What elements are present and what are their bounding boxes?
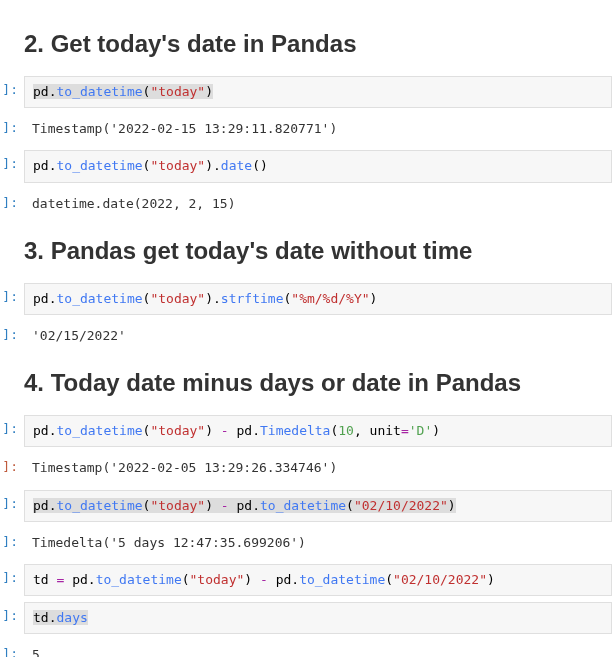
cell-prompt: ]:	[0, 602, 20, 629]
code-input[interactable]: pd.to_datetime("today") - pd.to_datetime…	[24, 490, 612, 522]
cell-prompt: ]:	[0, 453, 20, 480]
cell-prompt: ]:	[0, 415, 20, 442]
code-input[interactable]: pd.to_datetime("today")	[24, 76, 612, 108]
output-cell: ]:datetime.date(2022, 2, 15)	[0, 189, 612, 219]
section-heading: 2. Get today's date in Pandas	[24, 30, 612, 58]
section-heading: 3. Pandas get today's date without time	[24, 237, 612, 265]
section-heading: 4. Today date minus days or date in Pand…	[24, 369, 612, 397]
code-output: Timestamp('2022-02-05 13:29:26.334746')	[24, 453, 612, 483]
code-output: Timestamp('2022-02-15 13:29:11.820771')	[24, 114, 612, 144]
cell-prompt: ]:	[0, 283, 20, 310]
code-cell: ]:td.days	[0, 602, 612, 634]
code-cell: ]:pd.to_datetime("today") - pd.Timedelta…	[0, 415, 612, 447]
code-cell: ]:pd.to_datetime("today") - pd.to_dateti…	[0, 490, 612, 522]
code-input[interactable]: td = pd.to_datetime("today") - pd.to_dat…	[24, 564, 612, 596]
code-output: datetime.date(2022, 2, 15)	[24, 189, 612, 219]
output-cell: ]:Timestamp('2022-02-05 13:29:26.334746'…	[0, 453, 612, 483]
code-output: '02/15/2022'	[24, 321, 612, 351]
output-cell: ]:5	[0, 640, 612, 657]
output-cell: ]:'02/15/2022'	[0, 321, 612, 351]
cell-prompt: ]:	[0, 321, 20, 348]
cell-prompt: ]:	[0, 490, 20, 517]
cell-prompt: ]:	[0, 564, 20, 591]
output-cell: ]:Timestamp('2022-02-15 13:29:11.820771'…	[0, 114, 612, 144]
code-output: 5	[24, 640, 612, 657]
output-cell: ]:Timedelta('5 days 12:47:35.699206')	[0, 528, 612, 558]
code-cell: ]:pd.to_datetime("today").date()	[0, 150, 612, 182]
code-input[interactable]: pd.to_datetime("today") - pd.Timedelta(1…	[24, 415, 612, 447]
cell-prompt: ]:	[0, 114, 20, 141]
code-output: Timedelta('5 days 12:47:35.699206')	[24, 528, 612, 558]
cell-prompt: ]:	[0, 76, 20, 103]
cell-prompt: ]:	[0, 150, 20, 177]
code-input[interactable]: td.days	[24, 602, 612, 634]
cell-prompt: ]:	[0, 528, 20, 555]
cell-prompt: ]:	[0, 640, 20, 657]
code-input[interactable]: pd.to_datetime("today").date()	[24, 150, 612, 182]
code-input[interactable]: pd.to_datetime("today").strftime("%m/%d/…	[24, 283, 612, 315]
code-cell: ]:pd.to_datetime("today").strftime("%m/%…	[0, 283, 612, 315]
cell-prompt: ]:	[0, 189, 20, 216]
code-cell: ]:pd.to_datetime("today")	[0, 76, 612, 108]
notebook-content: 2. Get today's date in Pandas]:pd.to_dat…	[0, 0, 612, 657]
code-cell: ]:td = pd.to_datetime("today") - pd.to_d…	[0, 564, 612, 596]
